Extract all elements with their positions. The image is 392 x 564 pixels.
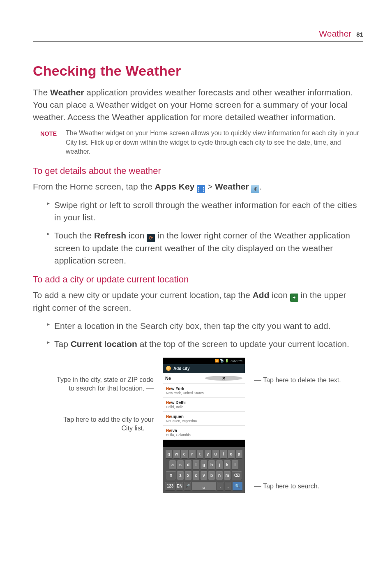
status-icons: 📶 📡 🔋 [215, 359, 229, 363]
callout-text: Type in the city, state or ZIP code to s… [57, 376, 154, 392]
current-location-label: Current location [71, 339, 137, 349]
search-result[interactable]: Neiva Huila, Colombia [163, 426, 245, 440]
intro-prefix: The [33, 88, 50, 97]
key[interactable]: t [197, 450, 203, 459]
key[interactable]: y [205, 450, 211, 459]
key[interactable]: s [177, 460, 184, 469]
key[interactable]: e [181, 450, 188, 459]
page-title: Checking the Weather [33, 63, 363, 79]
result-rest: w Delhi [171, 400, 186, 405]
result-match: Ne [166, 428, 171, 433]
key-mic[interactable]: 🎤 [184, 482, 191, 491]
kb-row: q w e r t y u i o p [164, 450, 243, 459]
status-bar: 📶 📡 🔋 7:00 PM [163, 358, 245, 364]
intro-paragraph: The Weather application provides weather… [33, 86, 363, 123]
key[interactable]: i [220, 450, 227, 459]
bul2-pre: Touch the [54, 231, 94, 240]
add-label: Add [253, 290, 270, 300]
search-result[interactable]: New Delhi Delhi, India [163, 398, 245, 412]
key[interactable]: f [193, 460, 199, 469]
key-backspace[interactable]: ⌫ [232, 471, 242, 480]
header-section-name: Weather [319, 29, 351, 39]
kb-row: a s d f g h j k l [164, 460, 243, 469]
clear-text-icon[interactable]: ✕ [205, 376, 242, 381]
weather-icon: ☀ [251, 185, 259, 193]
key[interactable]: d [185, 460, 191, 469]
search-result[interactable]: Neuquen Neuquen, Argentina [163, 412, 245, 426]
details-bullet-list: Swipe right or left to scroll through th… [47, 199, 363, 267]
key[interactable]: a [169, 460, 176, 469]
key[interactable]: q [166, 450, 172, 459]
search-input[interactable]: Ne [165, 376, 203, 381]
bul4-pre: Tap [54, 339, 71, 349]
callout-right-delete: Tap here to delete the text. [254, 377, 344, 384]
key[interactable]: z [177, 471, 184, 480]
note-text: The Weather widget on your Home screen a… [66, 129, 363, 156]
bul4-rest: at the top of the screen to update your … [137, 339, 349, 349]
callout-left-search: Type in the city, state or ZIP code to s… [52, 376, 154, 393]
leader-line [146, 388, 154, 389]
screen-titlebar: Add city [163, 364, 245, 373]
keyboard[interactable]: q w e r t y u i o p a s d f g h j k l [163, 447, 245, 493]
subhead-get-details: To get details about the weather [33, 166, 363, 176]
page-number: 81 [356, 31, 363, 38]
key[interactable]: n [216, 471, 223, 480]
status-time: 7:00 PM [230, 359, 242, 363]
bul2-mid: icon [126, 231, 147, 240]
sub1-period: . [259, 182, 262, 191]
figure: Type in the city, state or ZIP code to s… [33, 358, 363, 493]
key[interactable]: w [173, 450, 180, 459]
key-shift[interactable]: ⇧ [166, 471, 176, 480]
title-weather-icon [166, 366, 171, 371]
key[interactable]: u [212, 450, 219, 459]
key[interactable]: , [225, 482, 231, 491]
result-match: Ne [166, 386, 171, 391]
key[interactable]: g [201, 460, 207, 469]
add-city-bullet-list: Enter a location in the Search city box,… [47, 320, 363, 350]
result-rest: w York [171, 386, 184, 391]
key[interactable]: m [224, 471, 231, 480]
key-lang[interactable]: EN [176, 482, 183, 491]
key[interactable]: c [193, 471, 199, 480]
result-match: Ne [166, 414, 171, 419]
sub2-pre: To add a new city or update your current… [33, 290, 253, 300]
key-space[interactable]: ␣ [192, 482, 216, 491]
kb-row: ⇧ z x c v b n m ⌫ [164, 471, 243, 480]
key-search[interactable]: 🔍 [233, 482, 242, 491]
key[interactable]: j [216, 460, 223, 469]
key[interactable]: l [232, 460, 238, 469]
callout-text: Tap here to search. [263, 483, 319, 490]
apps-key-icon: ⋮⋮ [197, 185, 205, 193]
key[interactable]: b [208, 471, 215, 480]
sub2-instruction: To add a new city or update your current… [33, 289, 363, 314]
intro-bold: Weather [50, 88, 84, 97]
key[interactable]: k [224, 460, 231, 469]
key[interactable]: v [201, 471, 207, 480]
kb-row: 123 EN 🎤 ␣ . , 🔍 [164, 482, 243, 491]
key-numbers[interactable]: 123 [165, 482, 175, 491]
sub2-mid: icon [269, 290, 290, 300]
result-rest: uquen [171, 414, 184, 419]
leader-line [254, 486, 261, 487]
callouts-right: Tap here to delete the text. Tap here to… [254, 358, 344, 493]
leader-line [146, 429, 154, 429]
callout-right-search: Tap here to search. [254, 483, 344, 490]
key[interactable]: p [236, 450, 242, 459]
key[interactable]: h [208, 460, 215, 469]
note-block: NOTE The Weather widget on your Home scr… [40, 129, 363, 156]
leader-line [254, 380, 261, 381]
key[interactable]: x [185, 471, 191, 480]
callout-left-addcity: Tap here to add the city to your City li… [52, 416, 154, 433]
weather-label: Weather [215, 182, 249, 191]
header-divider [33, 41, 363, 42]
search-row[interactable]: Ne ✕ [163, 373, 245, 384]
result-sub: Huila, Colombia [166, 433, 242, 437]
key[interactable]: o [228, 450, 235, 459]
key[interactable]: . [217, 482, 224, 491]
result-match: Ne [166, 400, 171, 405]
result-sub: Delhi, India [166, 405, 242, 409]
list-item: Swipe right or left to scroll through th… [47, 199, 363, 224]
search-result[interactable]: New York New York, United States [163, 384, 245, 398]
key[interactable]: r [189, 450, 196, 459]
sub1-pre: From the Home screen, tap the [33, 182, 154, 191]
